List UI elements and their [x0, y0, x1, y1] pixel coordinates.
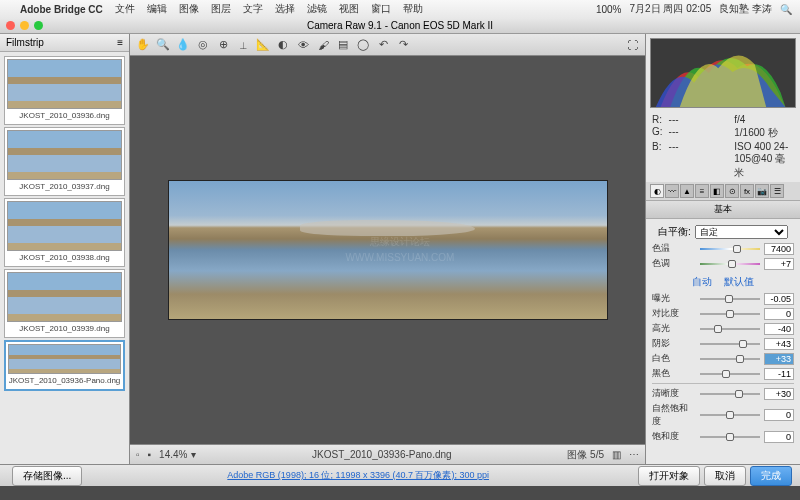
menu-help[interactable]: 帮助 [403, 2, 423, 16]
thumb-filename: JKOST_2010_03939.dng [7, 322, 122, 335]
window-titlebar: Camera Raw 9.1 - Canon EOS 5D Mark II [0, 18, 800, 34]
wb-picker-tool[interactable]: 💧 [174, 37, 192, 53]
slider-value[interactable]: 0 [764, 431, 794, 443]
filmstrip-menu-icon[interactable]: ≡ [117, 37, 123, 48]
thumb-image [7, 59, 122, 109]
crop-tool[interactable]: ⟂ [234, 37, 252, 53]
zoom-in[interactable]: ▪ [148, 449, 152, 460]
zoom-out[interactable]: ▫ [136, 449, 140, 460]
filmstrip-panel: Filmstrip ≡ JKOST_2010_03936.dngJKOST_20… [0, 34, 130, 464]
date-time: 7月2日 周四 02:05 [630, 2, 712, 16]
slider-label: 清晰度 [652, 387, 696, 400]
slider-highlights: 高光 -40 [652, 322, 794, 335]
hand-tool[interactable]: ✋ [134, 37, 152, 53]
workflow-link[interactable]: Adobe RGB (1998); 16 位; 11998 x 3396 (40… [82, 469, 634, 482]
auto-link[interactable]: 自动 [692, 275, 712, 289]
target-tool[interactable]: ⊕ [214, 37, 232, 53]
thumb-image [7, 130, 122, 180]
thumb-item[interactable]: JKOST_2010_03939.dng [4, 269, 125, 338]
rotate-cw[interactable]: ↷ [394, 37, 412, 53]
slider-tint: 色调 +7 [652, 257, 794, 270]
menu-image[interactable]: 图像 [179, 2, 199, 16]
tab-curve[interactable]: 〰 [665, 184, 679, 198]
spot-tool[interactable]: ◐ [274, 37, 292, 53]
menu-window[interactable]: 窗口 [371, 2, 391, 16]
tab-preset[interactable]: ☰ [770, 184, 784, 198]
thumb-item[interactable]: JKOST_2010_03936.dng [4, 56, 125, 125]
slider-track[interactable] [700, 388, 760, 400]
done-button[interactable]: 完成 [750, 466, 792, 486]
slider-track[interactable] [700, 243, 760, 255]
slider-track[interactable] [700, 431, 760, 443]
rating-icon[interactable]: ⋯ [629, 449, 639, 460]
slider-value[interactable]: +43 [764, 338, 794, 350]
user-name[interactable]: 良知塾 李涛 [719, 2, 772, 16]
tab-fx[interactable]: fx [740, 184, 754, 198]
minimize-window[interactable] [20, 21, 29, 30]
thumb-item[interactable]: JKOST_2010_03936-Pano.dng [4, 340, 125, 391]
slider-value[interactable]: +7 [764, 258, 794, 270]
close-window[interactable] [6, 21, 15, 30]
fullscreen-icon[interactable]: ⛶ [623, 37, 641, 53]
zoom-dropdown-icon[interactable]: ▾ [191, 449, 196, 460]
open-button[interactable]: 打开对象 [638, 466, 700, 486]
menu-text[interactable]: 文字 [243, 2, 263, 16]
slider-track[interactable] [700, 338, 760, 350]
slider-value[interactable]: +33 [764, 353, 794, 365]
window-title: Camera Raw 9.1 - Canon EOS 5D Mark II [307, 20, 493, 31]
slider-track[interactable] [700, 308, 760, 320]
macos-menubar: Adobe Bridge CC 文件 编辑 图像 图层 文字 选择 滤镜 视图 … [0, 0, 800, 18]
slider-track[interactable] [700, 323, 760, 335]
slider-value[interactable]: 0 [764, 308, 794, 320]
slider-track[interactable] [700, 293, 760, 305]
rotate-ccw[interactable]: ↶ [374, 37, 392, 53]
slider-value[interactable]: 7400 [764, 243, 794, 255]
default-link[interactable]: 默认值 [724, 275, 754, 289]
slider-value[interactable]: +30 [764, 388, 794, 400]
slider-value[interactable]: 0 [764, 409, 794, 421]
menu-select[interactable]: 选择 [275, 2, 295, 16]
bottom-bar: ▫ ▪ 14.4%▾ JKOST_2010_03936-Pano.dng 图像 … [130, 444, 645, 464]
slider-saturation: 饱和度 0 [652, 430, 794, 443]
slider-value[interactable]: -11 [764, 368, 794, 380]
thumb-item[interactable]: JKOST_2010_03938.dng [4, 198, 125, 267]
straighten-tool[interactable]: 📐 [254, 37, 272, 53]
cancel-button[interactable]: 取消 [704, 466, 746, 486]
menu-filter[interactable]: 滤镜 [307, 2, 327, 16]
radial-tool[interactable]: ◯ [354, 37, 372, 53]
sampler-tool[interactable]: ◎ [194, 37, 212, 53]
tab-hsl[interactable]: ≡ [695, 184, 709, 198]
app-name[interactable]: Adobe Bridge CC [20, 4, 103, 15]
menu-layer[interactable]: 图层 [211, 2, 231, 16]
tab-camera[interactable]: 📷 [755, 184, 769, 198]
brush-tool[interactable]: 🖌 [314, 37, 332, 53]
tab-split[interactable]: ◧ [710, 184, 724, 198]
menu-view[interactable]: 视图 [339, 2, 359, 16]
thumb-item[interactable]: JKOST_2010_03937.dng [4, 127, 125, 196]
thumb-image [8, 344, 121, 374]
save-image-button[interactable]: 存储图像... [12, 466, 82, 486]
panel-title: 基本 [646, 201, 800, 219]
search-icon[interactable]: 🔍 [780, 4, 792, 15]
grad-tool[interactable]: ▤ [334, 37, 352, 53]
redeye-tool[interactable]: 👁 [294, 37, 312, 53]
thumb-filename: JKOST_2010_03937.dng [7, 180, 122, 193]
zoom-value[interactable]: 14.4% [159, 449, 187, 460]
compare-icon[interactable]: ▥ [612, 449, 621, 460]
preview-area[interactable]: 思缘设计论坛WWW.MISSYUAN.COM [130, 56, 645, 444]
zoom-tool[interactable]: 🔍 [154, 37, 172, 53]
menu-edit[interactable]: 编辑 [147, 2, 167, 16]
menu-file[interactable]: 文件 [115, 2, 135, 16]
slider-value[interactable]: -0.05 [764, 293, 794, 305]
slider-track[interactable] [700, 409, 760, 421]
tab-lens[interactable]: ⊙ [725, 184, 739, 198]
maximize-window[interactable] [34, 21, 43, 30]
slider-track[interactable] [700, 368, 760, 380]
slider-track[interactable] [700, 258, 760, 270]
slider-value[interactable]: -40 [764, 323, 794, 335]
wb-label: 白平衡: [658, 225, 691, 239]
slider-track[interactable] [700, 353, 760, 365]
wb-select[interactable]: 自定 [695, 225, 788, 239]
tab-basic[interactable]: ◐ [650, 184, 664, 198]
tab-detail[interactable]: ▲ [680, 184, 694, 198]
